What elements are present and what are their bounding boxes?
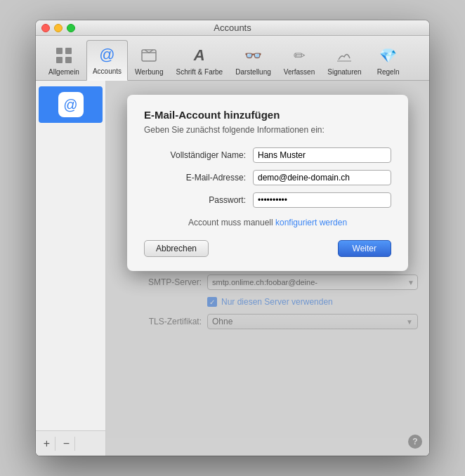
toolbar-item-darstellung[interactable]: 👓 Darstellung: [230, 41, 277, 80]
verfassen-label: Verfassen: [284, 68, 315, 76]
email-label: E-Mail-Adresse:: [144, 173, 246, 183]
name-input[interactable]: [253, 147, 391, 163]
schrift-label: Schrift & Farbe: [176, 68, 223, 76]
main-window: Accounts Allgemein @ Accounts: [36, 20, 429, 456]
name-label: Vollständiger Name:: [144, 150, 246, 160]
modal-subtitle: Geben Sie zunächst folgende Informatione…: [144, 125, 391, 135]
modal-title: E-Mail-Account hinzufügen: [144, 109, 391, 121]
verfassen-icon: ✏: [288, 44, 310, 67]
modal-buttons: Abbrechen Weiter: [144, 240, 391, 257]
remove-account-button[interactable]: −: [58, 437, 75, 451]
svg-rect-2: [56, 57, 63, 63]
regeln-icon: 💎: [377, 44, 400, 67]
toolbar-item-verfassen[interactable]: ✏ Verfassen: [278, 41, 320, 80]
add-account-modal: E-Mail-Account hinzufügen Geben Sie zunä…: [127, 95, 408, 271]
next-button[interactable]: Weiter: [338, 240, 391, 257]
add-account-button[interactable]: +: [39, 437, 55, 451]
toolbar-item-allgemein[interactable]: Allgemein: [43, 41, 85, 80]
email-input[interactable]: [253, 170, 391, 185]
name-field-row: Vollständiger Name:: [144, 147, 391, 163]
traffic-lights: [41, 24, 75, 32]
password-input[interactable]: [253, 192, 391, 208]
password-label: Passwort:: [144, 195, 246, 205]
toolbar-item-signaturen[interactable]: Signaturen: [322, 41, 367, 80]
toolbar: Allgemein @ Accounts Werbung A Schrift &…: [36, 36, 429, 81]
modal-overlay: E-Mail-Account hinzufügen Geben Sie zunä…: [106, 81, 429, 456]
darstellung-icon: 👓: [242, 44, 264, 67]
toolbar-item-schrift[interactable]: A Schrift & Farbe: [170, 41, 228, 80]
titlebar: Accounts: [36, 20, 429, 36]
account-avatar-icon: @: [58, 92, 84, 117]
signaturen-icon: [333, 44, 355, 67]
werbung-label: Werbung: [135, 68, 163, 76]
maximize-button[interactable]: [67, 24, 75, 32]
allgemein-icon: [53, 44, 75, 67]
password-field-row: Passwort:: [144, 192, 391, 208]
toolbar-item-accounts[interactable]: @ Accounts: [86, 40, 128, 81]
sidebar: @ + −: [36, 81, 106, 456]
toolbar-item-werbung[interactable]: Werbung: [129, 41, 169, 80]
sidebar-controls: + −: [36, 430, 105, 456]
accounts-label: Accounts: [93, 67, 122, 75]
email-field-row: E-Mail-Adresse:: [144, 170, 391, 185]
schrift-icon: A: [188, 44, 211, 67]
werbung-icon: [138, 44, 160, 67]
close-button[interactable]: [41, 24, 50, 32]
modal-note: Account muss manuell konfiguriert werden: [144, 218, 391, 227]
regeln-label: Regeln: [377, 68, 400, 76]
main-area: @ + − SMTP-Server: smtp.onlime.ch:foobar…: [36, 81, 429, 456]
svg-rect-3: [65, 57, 72, 63]
minimize-button[interactable]: [54, 24, 63, 32]
svg-rect-0: [56, 48, 63, 54]
window-title: Accounts: [214, 22, 251, 33]
svg-rect-4: [142, 50, 156, 61]
svg-rect-1: [65, 48, 72, 54]
signaturen-label: Signaturen: [327, 68, 361, 76]
sidebar-account-item[interactable]: @: [39, 86, 103, 123]
cancel-button[interactable]: Abbrechen: [144, 240, 209, 257]
allgemein-label: Allgemein: [48, 68, 79, 76]
content-area: SMTP-Server: smtp.onlime.ch:foobar@deine…: [106, 81, 429, 456]
toolbar-item-regeln[interactable]: 💎 Regeln: [369, 41, 408, 80]
accounts-icon: @: [96, 44, 118, 66]
darstellung-label: Darstellung: [235, 68, 271, 76]
